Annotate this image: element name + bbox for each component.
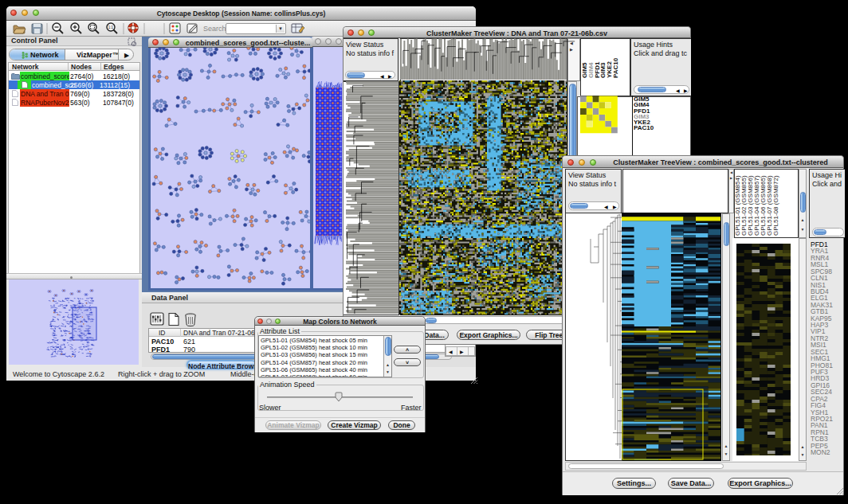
svg-text:Search:: Search: xyxy=(203,25,228,33)
svg-text:1:1: 1:1 xyxy=(108,25,114,29)
